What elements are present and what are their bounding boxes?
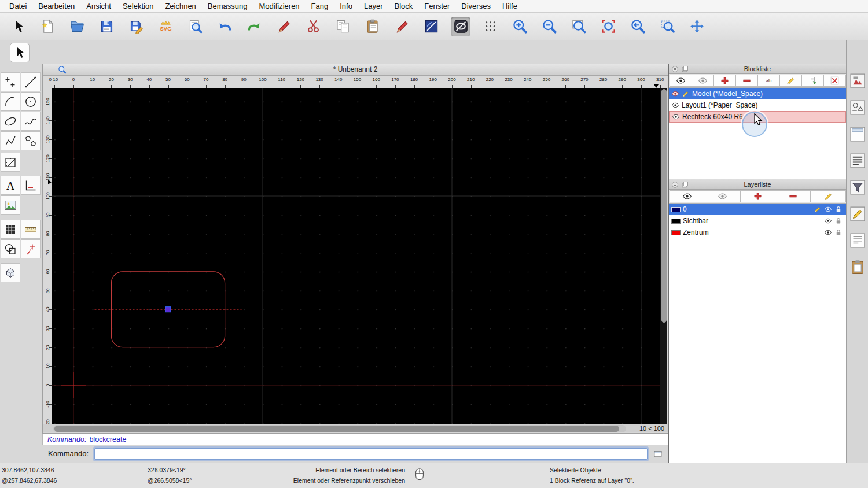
dock-clipboard-button[interactable]	[849, 258, 866, 276]
layer-visibility-icon[interactable]	[824, 228, 832, 236]
layer-item-0[interactable]: 0	[669, 204, 846, 215]
dock-render-button[interactable]	[849, 72, 866, 90]
grid-toggle-button[interactable]	[480, 17, 500, 36]
rename-block-button[interactable]: alb	[757, 75, 780, 87]
drawing-canvas[interactable]	[52, 88, 660, 424]
hatch-tool-button[interactable]	[1, 153, 20, 172]
zoom-reference-button[interactable]	[598, 17, 618, 36]
point-tool-button[interactable]	[1, 72, 20, 91]
selection-tool-button[interactable]	[10, 43, 30, 62]
pattern-tool-button[interactable]	[1, 220, 20, 239]
edit-pen-button[interactable]	[392, 17, 411, 36]
show-all-layers-button[interactable]	[670, 190, 705, 202]
menu-ansicht[interactable]: Ansicht	[80, 0, 117, 12]
save-block-button[interactable]	[801, 75, 824, 87]
image-tool-button[interactable]	[1, 195, 20, 215]
menu-block[interactable]: Block	[388, 0, 418, 12]
zoom-window-button[interactable]	[657, 17, 677, 36]
float-panel-icon[interactable]	[681, 181, 689, 188]
delete-block-button[interactable]	[823, 75, 846, 87]
block-panel-header[interactable]: Blockliste	[669, 64, 846, 74]
menu-bemassung[interactable]: Bemassung	[202, 0, 253, 12]
polyline-tool-button[interactable]	[1, 131, 20, 150]
print-preview-button[interactable]	[185, 17, 205, 36]
edit-layer-button[interactable]	[810, 190, 846, 202]
menu-zeichnen[interactable]: Zeichnen	[159, 0, 201, 12]
line-tool-button[interactable]	[21, 72, 41, 91]
spline-tool-button[interactable]	[21, 112, 41, 131]
edit-block-button[interactable]	[779, 75, 802, 87]
remove-layer-button[interactable]	[775, 190, 811, 202]
vertical-scrollbar[interactable]	[660, 88, 667, 424]
layer-item-1[interactable]: Sichtbar	[669, 215, 846, 227]
shape-tool-button[interactable]	[1, 239, 20, 258]
dock-library-button[interactable]	[849, 99, 866, 116]
hide-all-blocks-button[interactable]	[692, 75, 714, 87]
hide-all-layers-button[interactable]	[705, 190, 741, 202]
close-panel-icon[interactable]	[671, 181, 679, 188]
layer-lock-icon[interactable]	[834, 217, 843, 225]
menu-fang[interactable]: Fang	[306, 0, 334, 12]
add-block-button[interactable]	[713, 75, 736, 87]
menu-diverses[interactable]: Diverses	[455, 0, 496, 12]
attributes-pen-button[interactable]	[274, 17, 293, 36]
solid-box-tool-button[interactable]	[1, 263, 20, 282]
ellipse-tool-button[interactable]	[1, 112, 20, 131]
zoom-auto-button[interactable]	[569, 17, 589, 36]
remove-block-button[interactable]	[735, 75, 758, 87]
copy-button[interactable]	[333, 17, 352, 36]
selection-arrow-button[interactable]	[8, 17, 28, 36]
add-layer-button[interactable]	[740, 190, 776, 202]
draft-mode-button[interactable]	[451, 17, 470, 36]
svg-export-button[interactable]: SVG	[156, 17, 175, 36]
vertical-scrollbar-thumb[interactable]	[661, 89, 667, 323]
block-item-2[interactable]: Rechteck 60x40 R6	[669, 111, 846, 123]
dock-pen-button[interactable]	[849, 205, 866, 223]
dock-filter-button[interactable]	[849, 179, 866, 196]
command-window-toggle-button[interactable]	[652, 449, 664, 459]
layer-panel-header[interactable]: Layerliste	[669, 179, 846, 190]
measure-tool-button[interactable]	[21, 220, 41, 239]
dock-panel-button[interactable]	[849, 125, 866, 143]
circle-tool-button[interactable]	[21, 92, 41, 111]
block-item-1[interactable]: Layout1 (*Paper_Space)	[669, 99, 846, 111]
block-item-0[interactable]: Model (*Model_Space)	[669, 88, 846, 99]
dock-doc-button[interactable]	[849, 232, 866, 249]
edit-pencil-icon[interactable]	[814, 205, 822, 213]
save-edit-button[interactable]	[126, 17, 146, 36]
menu-layer[interactable]: Layer	[358, 0, 389, 12]
arc-tool-button[interactable]	[1, 92, 20, 111]
layer-lock-icon[interactable]	[834, 228, 843, 236]
menu-modifizieren[interactable]: Modifizieren	[253, 0, 306, 12]
document-titlebar[interactable]: * Unbenannt 2	[43, 64, 668, 76]
zoom-out-button[interactable]	[539, 17, 559, 36]
menu-bearbeiten[interactable]: Bearbeiten	[32, 0, 80, 12]
menu-selektion[interactable]: Selektion	[117, 0, 159, 12]
paste-button[interactable]	[362, 17, 382, 36]
polygon-tool-button[interactable]	[21, 131, 41, 150]
show-all-blocks-button[interactable]	[670, 75, 692, 87]
menu-hilfe[interactable]: Hilfe	[496, 0, 523, 12]
dimension-tool-button[interactable]	[21, 176, 41, 195]
menu-fenster[interactable]: Fenster	[418, 0, 455, 12]
new-document-button[interactable]	[38, 17, 57, 36]
line-attributes-button[interactable]	[421, 17, 441, 36]
cut-scissors-button[interactable]	[303, 17, 323, 36]
dock-list-button[interactable]	[849, 152, 866, 169]
redo-button[interactable]	[244, 17, 264, 36]
undo-button[interactable]	[215, 17, 234, 36]
layer-visibility-icon[interactable]	[824, 205, 832, 213]
open-file-button[interactable]	[67, 17, 87, 36]
layer-item-2[interactable]: Zentrum	[669, 227, 846, 238]
horizontal-scrollbar[interactable]	[53, 425, 626, 432]
layer-lock-icon[interactable]	[834, 205, 843, 213]
zoom-previous-button[interactable]	[628, 17, 648, 36]
menu-info[interactable]: Info	[334, 0, 358, 12]
zoom-pan-button[interactable]	[687, 17, 707, 36]
horizontal-scrollbar-thumb[interactable]	[54, 426, 619, 432]
float-panel-icon[interactable]	[681, 65, 689, 73]
layer-visibility-icon[interactable]	[824, 217, 832, 225]
command-input[interactable]	[94, 448, 648, 460]
text-tool-button[interactable]: A	[1, 176, 20, 195]
save-button[interactable]	[97, 17, 116, 36]
